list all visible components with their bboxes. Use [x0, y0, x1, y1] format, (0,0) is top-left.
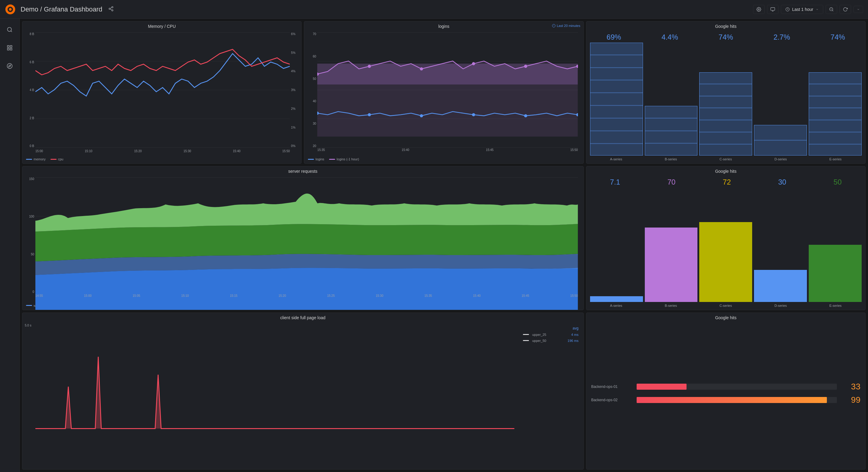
google-hits-top-labels: A-series B-series C-series D-series E-se… — [586, 157, 865, 162]
stat-d: 2.7% — [774, 33, 790, 41]
page-title: Demo / Grafana Dashboard — [21, 5, 102, 13]
compass-icon — [7, 63, 13, 69]
settings-button[interactable] — [753, 5, 765, 14]
mid-stat-b: 70 — [668, 178, 676, 186]
zoom-out-icon — [829, 7, 834, 12]
bar-c-empty — [699, 43, 752, 72]
bar-mid-col-b — [645, 187, 698, 302]
hbar-value-02: 99 — [842, 395, 861, 405]
server-y-axis: 150100500 — [25, 177, 35, 293]
bar-c — [699, 72, 752, 155]
bar-mid-col-d — [754, 187, 807, 302]
server-requests-panel: server requests 150100500 — [22, 166, 584, 310]
legend-dot-upper25 — [523, 334, 529, 335]
legend-memory: memory — [26, 157, 46, 161]
google-hits-bottom-title: Google hits — [586, 313, 865, 321]
client-side-chart-area: 5.0 s — [25, 324, 518, 467]
stat-a: 69% — [607, 33, 621, 41]
gear-icon — [756, 7, 761, 12]
svg-line-17 — [11, 31, 12, 32]
memory-cpu-legend: memory cpu — [22, 156, 301, 164]
sidebar — [0, 19, 20, 472]
client-side-panel: client side full page load 5.0 s avg upp… — [22, 313, 584, 470]
google-hits-mid-stats: 7.1 70 72 30 50 — [586, 176, 865, 187]
bar-e-empty — [809, 43, 862, 72]
legend-logins-1h: logins (-1 hour) — [329, 157, 359, 161]
y-axis-right: 6%5%4%3%2%1%0% — [290, 32, 299, 148]
chevron-down-icon — [857, 8, 860, 11]
more-button[interactable] — [854, 6, 863, 13]
google-hits-bottom-content: Backend-ops-01 33 Backend-ops-02 99 — [586, 321, 865, 469]
legend-dot-ws01 — [26, 305, 32, 306]
sidebar-item-dashboards[interactable] — [4, 42, 16, 54]
legend-dot-upper50 — [523, 340, 529, 341]
x-axis: 15:0015:1015:2015:3015:4015:50 — [35, 148, 290, 154]
google-hits-top-stats: 69% 4.4% 74% 2.7% 74% — [586, 31, 865, 43]
monitor-icon — [770, 7, 775, 12]
bar-mid-a-empty — [590, 187, 643, 296]
hbar-label-01: Backend-ops-01 — [591, 385, 633, 389]
refresh-button[interactable] — [840, 5, 851, 14]
hbar-wrap-02 — [637, 397, 837, 403]
svg-line-7 — [111, 7, 112, 8]
bar-mid-d-empty — [754, 187, 807, 270]
google-hits-mid-bars — [586, 187, 865, 303]
bar-mid-col-c — [699, 187, 752, 302]
svg-point-3 — [112, 7, 114, 8]
time-range-picker[interactable]: Last 1 hour — [781, 5, 823, 14]
display-button[interactable] — [767, 5, 778, 14]
bar-mid-e — [809, 245, 862, 302]
info-icon — [552, 24, 556, 28]
clock-icon — [785, 7, 790, 11]
hbar-bar-01 — [637, 384, 687, 390]
logins-x-axis: 15:3515:4015:4515:50 — [317, 148, 578, 154]
google-hits-top-panel: Google hits 69% 4.4% 74% 2.7% 74% — [586, 21, 866, 164]
sidebar-item-search[interactable] — [4, 24, 16, 36]
bar-mid-col-e — [809, 187, 862, 302]
client-side-svg — [35, 327, 515, 435]
google-hits-mid-panel: Google hits 7.1 70 72 30 50 — [586, 166, 866, 310]
client-avg-label: avg — [523, 326, 579, 330]
svg-point-37 — [524, 114, 527, 117]
client-side-title: client side full page load — [22, 313, 583, 321]
bar-col-c — [699, 43, 752, 155]
bar-col-e — [809, 43, 862, 155]
bar-mid-c — [699, 222, 752, 302]
legend-dot-memory — [26, 159, 32, 160]
sidebar-item-explore[interactable] — [4, 60, 16, 72]
svg-point-4 — [109, 8, 111, 10]
logins-badge: Last 20 minutes — [552, 24, 580, 28]
bar-b-empty — [645, 43, 698, 105]
svg-point-16 — [7, 28, 11, 31]
topbar-right: Last 1 hour — [753, 5, 863, 14]
search-icon — [7, 27, 13, 33]
hbar-wrap-01 — [637, 384, 837, 390]
logins-svg — [317, 32, 578, 137]
zoom-out-button[interactable] — [826, 5, 837, 14]
legend-cpu: cpu — [51, 157, 63, 161]
bar-d — [754, 125, 807, 156]
bar-a — [590, 43, 643, 155]
bar-col-b — [645, 43, 698, 155]
hbar-label-02: Backend-ops-02 — [591, 398, 633, 402]
google-hits-mid-content: 7.1 70 72 30 50 — [586, 175, 865, 309]
bar-e — [809, 72, 862, 155]
svg-rect-9 — [771, 7, 775, 10]
svg-point-35 — [420, 114, 423, 117]
client-y-label: 5.0 s — [25, 324, 31, 327]
hbar-row-01: Backend-ops-01 33 — [591, 382, 861, 391]
logins-title: logins Last 20 minutes — [304, 22, 583, 30]
google-hits-top-title: Google hits — [586, 22, 865, 30]
memory-cpu-title: Memory / CPU — [22, 22, 301, 30]
chevron-down-icon — [816, 8, 819, 11]
mid-stat-e: 50 — [834, 178, 842, 186]
svg-rect-20 — [10, 49, 12, 50]
svg-marker-23 — [8, 65, 10, 67]
stat-b: 4.4% — [661, 33, 678, 41]
y-axis-left: 8 B6 B4 B2 B0 B — [25, 32, 35, 148]
grid-icon — [7, 45, 13, 51]
hbar-row-02: Backend-ops-02 99 — [591, 395, 861, 405]
share-icon[interactable] — [108, 6, 114, 12]
svg-point-34 — [368, 113, 371, 116]
grafana-logo — [5, 4, 16, 15]
